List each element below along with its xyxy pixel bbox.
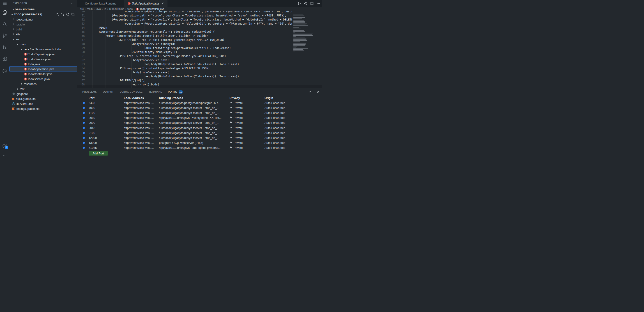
breadcrumb-item-todoapplication-java[interactable]: JTodoApplication.java (136, 8, 164, 10)
tab-todoapplication-java[interactable]: JTodoApplication.java (124, 0, 168, 7)
port-row-13000[interactable]: 13000https://srinivasa-vasu...postgres: … (77, 140, 322, 146)
extensions-icon[interactable] (2, 56, 8, 62)
port-row-7000[interactable]: 7000https://srinivasa-vasu.../usr/local/… (77, 105, 322, 110)
tree-item-src[interactable]: src (10, 37, 77, 42)
gear-icon[interactable] (2, 154, 8, 156)
tree-item-settings-gradle-kts[interactable]: settings.gradle.kts (10, 106, 77, 111)
code-line-62[interactable]: 62 .body(todoService.save( (77, 58, 292, 62)
local-address-link[interactable]: https://srinivasa-vasu... (124, 136, 159, 140)
tree-item-main[interactable]: main (10, 42, 77, 47)
code-area[interactable]: 50 operation = @Operation(operationId = … (77, 11, 292, 88)
menu-icon[interactable] (2, 1, 8, 6)
local-address-link[interactable]: https://srinivasa-vasu... (124, 131, 159, 134)
tree-item-itodorepository-java[interactable]: JITodoRepository.java (10, 52, 77, 56)
code-line-61[interactable]: 61 .POST(req -> created(null).contentTyp… (77, 54, 292, 58)
maximize-panel-icon[interactable] (309, 90, 312, 93)
split-editor-icon[interactable] (310, 2, 314, 5)
explorer-icon[interactable] (2, 10, 8, 15)
local-address-link[interactable]: https://srinivasa-vasu... (124, 106, 159, 110)
minimap[interactable] (292, 11, 322, 88)
port-row-9042[interactable]: 9042https://srinivasa-vasu.../usr/local/… (77, 125, 322, 130)
code-editor[interactable]: 50 operation = @Operation(operationId = … (77, 11, 322, 88)
code-line-50[interactable]: 50 operation = @Operation(operationId = … (77, 11, 292, 14)
code-line-66[interactable]: 66 req.body(BodyExtractors.toMono(Todo.c… (77, 74, 292, 78)
code-line-55[interactable]: 55 RouterFunction<ServerResponse> routeH… (77, 30, 292, 34)
more-actions-icon[interactable] (70, 2, 73, 4)
tree-item-java-io-humourmind-todo[interactable]: java / io / humourmind / todo (10, 47, 77, 52)
tree-item-build[interactable]: build (10, 27, 77, 32)
port-row-12000[interactable]: 12000https://srinivasa-vasu.../usr/local… (77, 135, 322, 140)
breadcrumb-item-java[interactable]: java (96, 8, 101, 10)
add-port-button[interactable]: Add Port (88, 151, 108, 156)
panel-tab-debug-console[interactable]: DEBUG CONSOLE (120, 88, 142, 95)
refresh-icon[interactable] (66, 12, 70, 16)
sync-changes-icon[interactable] (304, 2, 307, 5)
port-row-41035[interactable]: 41035https://srinivasa-vasu.../opt/java/… (77, 146, 322, 150)
port-row-7100[interactable]: 7100https://srinivasa-vasu.../usr/local/… (77, 110, 322, 115)
more-actions-icon[interactable] (316, 2, 320, 5)
tree-item-todocontroller-java[interactable]: JTodoController.java (10, 72, 77, 76)
new-folder-icon[interactable] (61, 12, 64, 16)
section-project[interactable]: TODO [CODESPACES] (10, 12, 77, 17)
close-icon[interactable] (161, 2, 164, 5)
code-line-65[interactable]: 65 .body(todoService.save( (77, 70, 292, 74)
tree-item-gradle[interactable]: .gradle (10, 22, 77, 27)
panel-tab-output[interactable]: OUTPUT (103, 88, 114, 95)
port-number: 13000 (88, 141, 124, 144)
panel-tab-ports[interactable]: PORTS10 (168, 88, 183, 95)
tree-item-todoapplication-java[interactable]: JTodoApplication.java (10, 66, 77, 72)
tree-item-build-gradle-kts[interactable]: build.gradle.kts (10, 96, 77, 101)
tree-item-resources[interactable]: resources (10, 82, 77, 86)
tree-item-k8s[interactable]: k8s (10, 32, 77, 37)
code-line-57[interactable]: 57 .GET("/{id}", req -> ok().contentType… (77, 38, 292, 42)
local-address-link[interactable]: https://srinivasa-vasu... (124, 121, 159, 124)
github-icon[interactable] (2, 68, 8, 74)
code-line-64[interactable]: 64 .PUT(req -> ok().contentType(MediaTyp… (77, 66, 292, 70)
code-line-58[interactable]: 58 .body(todoService.findById( (77, 42, 292, 46)
horizontal-scrollbar[interactable] (77, 85, 322, 88)
port-row-9100[interactable]: 9100https://srinivasa-vasu.../usr/local/… (77, 130, 322, 135)
tree-item-gitignore[interactable]: .gitignore (10, 91, 77, 96)
code-line-53[interactable]: 53 operation = @Operation(operationId = … (77, 22, 292, 26)
breadcrumb-item-main[interactable]: main (87, 8, 93, 10)
tree-item-test[interactable]: test (10, 86, 77, 91)
account-icon[interactable]: 1 (2, 143, 8, 148)
local-address-link[interactable]: https://srinivasa-vasu... (124, 101, 159, 104)
local-address-link[interactable]: https://srinivasa-vasu... (124, 116, 159, 120)
tree-item-todo-java[interactable]: JTodo.java (10, 62, 77, 66)
port-row-8080[interactable]: 8080https://srinivasa-vasu.../opt/java/1… (77, 116, 322, 120)
code-line-54[interactable]: 54 @Bean (77, 26, 292, 30)
code-line-63[interactable]: 63 req.body(BodyExtractors.toMono(Todo.c… (77, 62, 292, 66)
code-line-56[interactable]: 56 return RouterFunctions.route().path("… (77, 34, 292, 38)
local-address-link[interactable]: https://srinivasa-vasu... (124, 126, 159, 130)
code-line-51[interactable]: 51 @RouterOperation(path = "/todo", bean… (77, 14, 292, 18)
code-line-67[interactable]: 67 .DELETE("/{id}", (77, 78, 292, 82)
code-line-52[interactable]: 52 @RouterOperation(path = "/todo/{id}",… (77, 18, 292, 22)
run-debug-icon[interactable] (2, 45, 8, 50)
run-icon[interactable] (298, 2, 301, 5)
new-file-icon[interactable] (56, 12, 59, 16)
source-control-icon[interactable] (2, 33, 8, 38)
port-row-5433[interactable]: 5433https://srinivasa-vasu.../usr/local/… (77, 100, 322, 105)
close-panel-icon[interactable] (316, 90, 320, 93)
port-row-9000[interactable]: 9000https://srinivasa-vasu.../usr/local/… (77, 120, 322, 125)
code-line-59[interactable]: 59 UUID.fromString(req.pathVariable("id"… (77, 46, 292, 50)
tree-item-itodoservice-java[interactable]: JITodoService.java (10, 56, 77, 62)
breadcrumb-item-humourmind[interactable]: humourmind (109, 8, 124, 10)
local-address-link[interactable]: https://srinivasa-vasu... (124, 146, 159, 150)
tree-item-devcontainer[interactable]: .devcontainer (10, 17, 77, 22)
tree-item-todoservice-java[interactable]: JTodoService.java (10, 76, 77, 82)
search-icon[interactable] (2, 22, 8, 27)
collapse-all-icon[interactable] (71, 12, 75, 16)
breadcrumb-item-src[interactable]: src (80, 8, 84, 10)
tree-item-readme-md[interactable]: iREADME.md (10, 101, 77, 106)
local-address-link[interactable]: https://srinivasa-vasu... (124, 111, 159, 114)
panel-tab-terminal[interactable]: TERMINAL (148, 88, 162, 95)
local-address-link[interactable]: https://srinivasa-vasu... (124, 141, 159, 144)
breadcrumb-item-io[interactable]: io (104, 8, 106, 10)
panel-tab-problems[interactable]: PROBLEMS (82, 88, 97, 95)
code-line-60[interactable]: 60 .switchIfEmpty(Mono.empty())) (77, 50, 292, 54)
tab-configure-java-runtime[interactable]: Configure Java Runtime (77, 0, 124, 7)
section-open-editors[interactable]: OPEN EDITORS (10, 7, 77, 12)
breadcrumb-item-todo[interactable]: todo (128, 8, 132, 10)
